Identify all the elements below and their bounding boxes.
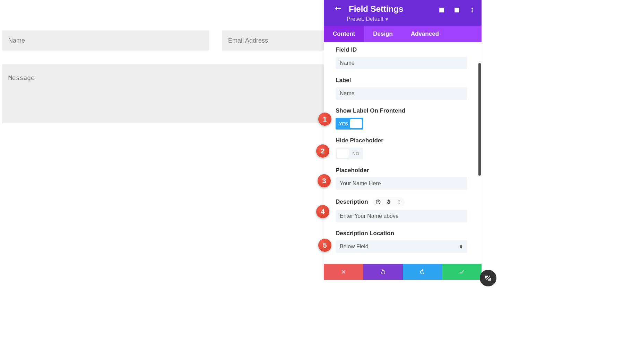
resize-handle[interactable]: [480, 270, 496, 286]
show-label-toggle[interactable]: YES: [336, 118, 363, 130]
back-arrow-icon[interactable]: [334, 5, 342, 14]
panel-header: Field Settings Preset: Default▼: [324, 0, 482, 26]
badge-4: 4: [316, 205, 329, 218]
panel-footer: [324, 264, 482, 280]
badge-1: 1: [318, 113, 331, 126]
label-label: Label: [336, 77, 470, 84]
svg-point-5: [472, 10, 473, 11]
svg-point-11: [398, 203, 399, 204]
undo-button[interactable]: [363, 264, 403, 280]
help-icon[interactable]: [375, 199, 381, 205]
svg-point-4: [472, 8, 473, 9]
tab-advanced[interactable]: Advanced: [402, 26, 448, 42]
hide-placeholder-toggle[interactable]: NO: [336, 148, 363, 159]
svg-rect-2: [455, 8, 459, 12]
panel-title: Field Settings: [349, 4, 403, 14]
hide-placeholder-label: Hide Placeholder: [336, 137, 470, 144]
name-input[interactable]: [2, 30, 209, 51]
cancel-button[interactable]: [324, 264, 363, 280]
settings-panel: Field Settings Preset: Default▼ Content …: [324, 0, 482, 280]
svg-point-10: [398, 202, 399, 203]
badge-3: 3: [318, 174, 331, 187]
chevron-down-icon: ▼: [385, 17, 389, 22]
redo-button[interactable]: [403, 264, 442, 280]
svg-point-6: [472, 11, 473, 12]
tab-design[interactable]: Design: [364, 26, 402, 42]
reset-icon[interactable]: [385, 199, 392, 205]
layout-icon[interactable]: [454, 7, 460, 13]
desc-location-label: Description Location: [336, 230, 470, 237]
field-id-input[interactable]: [336, 57, 467, 69]
description-label: Description: [336, 198, 368, 205]
preset-label: Preset: Default: [347, 16, 383, 22]
show-label-label: Show Label On Frontend: [336, 107, 470, 114]
description-input[interactable]: [336, 210, 467, 222]
confirm-button[interactable]: [442, 264, 482, 280]
tabs: Content Design Advanced: [324, 26, 482, 42]
badge-2: 2: [316, 144, 329, 158]
panel-body: Field ID Label Show Label On Frontend YE…: [324, 42, 482, 264]
placeholder-label: Placeholder: [336, 167, 470, 174]
field-more-icon[interactable]: [396, 199, 402, 205]
svg-point-9: [398, 200, 399, 201]
desc-location-select[interactable]: [336, 240, 467, 253]
expand-icon[interactable]: [439, 7, 445, 13]
svg-point-8: [378, 203, 378, 203]
more-icon[interactable]: [469, 7, 475, 13]
tab-content[interactable]: Content: [324, 26, 364, 42]
placeholder-input[interactable]: [336, 177, 467, 190]
preset-dropdown[interactable]: Preset: Default▼: [347, 16, 475, 22]
svg-point-1: [441, 10, 442, 11]
label-input[interactable]: [336, 87, 467, 100]
field-id-label: Field ID: [336, 46, 470, 53]
badge-5: 5: [318, 239, 331, 252]
